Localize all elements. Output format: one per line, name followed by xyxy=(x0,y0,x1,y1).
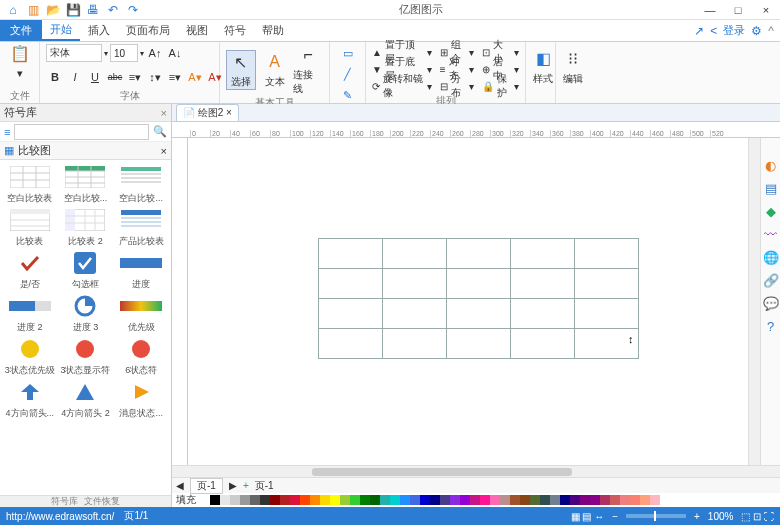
shape-item[interactable]: 优先级 xyxy=(113,293,169,334)
color-swatch[interactable] xyxy=(300,495,310,505)
color-swatch[interactable] xyxy=(380,495,390,505)
color-swatch[interactable] xyxy=(440,495,450,505)
edit-button[interactable]: ⁝⁝编辑 xyxy=(562,48,584,86)
zoom-level[interactable]: 100% xyxy=(708,511,734,522)
color-swatch[interactable] xyxy=(550,495,560,505)
shape-item[interactable]: 是/否 xyxy=(2,250,58,291)
page-nav-right[interactable]: ▶ xyxy=(229,480,237,491)
color-swatch[interactable] xyxy=(260,495,270,505)
color-swatch[interactable] xyxy=(470,495,480,505)
comment-icon[interactable]: 💬 xyxy=(763,296,779,311)
tab-symbol[interactable]: 符号 xyxy=(216,20,254,41)
close-button[interactable]: × xyxy=(752,4,780,16)
help-icon[interactable]: ? xyxy=(767,319,774,334)
shape-item[interactable]: 空白比较... xyxy=(58,164,114,205)
color-swatch[interactable] xyxy=(560,495,570,505)
color-swatch[interactable] xyxy=(220,495,230,505)
undo-icon[interactable]: ↶ xyxy=(106,3,120,17)
underline-button[interactable]: U xyxy=(86,68,104,86)
shape-item[interactable]: 空白比较... xyxy=(113,164,169,205)
theme-icon[interactable]: ◐ xyxy=(765,158,776,173)
color-swatch[interactable] xyxy=(270,495,280,505)
minimize-button[interactable]: — xyxy=(696,4,724,16)
color-swatch[interactable] xyxy=(570,495,580,505)
color-swatch[interactable] xyxy=(320,495,330,505)
color-swatch[interactable] xyxy=(340,495,350,505)
color-swatch[interactable] xyxy=(240,495,250,505)
color-swatch[interactable] xyxy=(430,495,440,505)
copy-icon[interactable]: ▾ xyxy=(11,64,29,82)
file-tab[interactable]: 文件 xyxy=(0,20,42,41)
shape-item[interactable]: 3状态显示符 xyxy=(58,336,114,377)
decrease-font-icon[interactable]: A↓ xyxy=(166,44,184,62)
color-swatch[interactable] xyxy=(360,495,370,505)
shape-pen-icon[interactable]: ✎ xyxy=(339,86,357,104)
bullets-icon[interactable]: ≡▾ xyxy=(126,68,144,86)
link-icon[interactable]: 🔗 xyxy=(763,273,779,288)
page-nav-left[interactable]: ◀ xyxy=(176,480,184,491)
print-icon[interactable]: 🖶 xyxy=(86,3,100,17)
color-swatch[interactable] xyxy=(280,495,290,505)
styles-button[interactable]: ◧样式 xyxy=(532,48,554,86)
shape-item[interactable]: 4方向箭头 2 xyxy=(58,379,114,420)
shape-item[interactable]: 4方向箭头... xyxy=(2,379,58,420)
paste-icon[interactable]: 📋 xyxy=(11,44,29,62)
color-swatch[interactable] xyxy=(420,495,430,505)
library-menu-icon[interactable]: ≡ xyxy=(4,126,10,138)
page-tab-prev[interactable]: 页-1 xyxy=(190,478,223,494)
horizontal-scrollbar[interactable] xyxy=(172,465,780,477)
increase-font-icon[interactable]: A↑ xyxy=(146,44,164,62)
color-swatch[interactable] xyxy=(290,495,300,505)
tab-insert[interactable]: 插入 xyxy=(80,20,118,41)
color-swatch[interactable] xyxy=(490,495,500,505)
shape-item[interactable]: 勾选框 xyxy=(58,250,114,291)
bold-button[interactable]: B xyxy=(46,68,64,86)
export-icon[interactable]: ↗ xyxy=(694,24,704,38)
color-swatch[interactable] xyxy=(350,495,360,505)
share-icon[interactable]: < xyxy=(710,24,717,38)
select-tool[interactable]: ↖ 选择 xyxy=(226,50,256,90)
color-swatch[interactable] xyxy=(370,495,380,505)
color-swatch[interactable] xyxy=(460,495,470,505)
doc-tab[interactable]: 📄 绘图2 × xyxy=(176,104,239,121)
canvas[interactable]: ↕ xyxy=(188,138,748,465)
redo-icon[interactable]: ↷ xyxy=(126,3,140,17)
color-swatch[interactable] xyxy=(600,495,610,505)
font-name-select[interactable]: 宋体 xyxy=(46,44,102,62)
zoom-in-icon[interactable]: + xyxy=(694,511,700,522)
rotate-button[interactable]: ⟳ 旋转和镜像 ▾ xyxy=(372,78,432,94)
shape-line-icon[interactable]: ╱ xyxy=(339,65,357,83)
close-category-icon[interactable]: × xyxy=(161,145,167,157)
color-swatch[interactable] xyxy=(650,495,660,505)
open-icon[interactable]: 📂 xyxy=(46,3,60,17)
connector-tool[interactable]: ⌐ 连接线 xyxy=(293,44,323,96)
align-icon[interactable]: ≡▾ xyxy=(166,68,184,86)
shape-rect-icon[interactable]: ▭ xyxy=(339,44,357,62)
layers-icon[interactable]: ▤ xyxy=(765,181,777,196)
color-swatch[interactable] xyxy=(400,495,410,505)
shape-item[interactable]: 进度 xyxy=(113,250,169,291)
color-swatch[interactable] xyxy=(580,495,590,505)
close-panel-icon[interactable]: × xyxy=(161,107,167,119)
italic-button[interactable]: I xyxy=(66,68,84,86)
color-swatch[interactable] xyxy=(640,495,650,505)
add-page-icon[interactable]: + xyxy=(243,480,249,491)
shape-item[interactable]: 6状态符 xyxy=(113,336,169,377)
spacing-icon[interactable]: ↕▾ xyxy=(146,68,164,86)
category-bar[interactable]: ▦ 比较图 × xyxy=(0,142,171,160)
tab-start[interactable]: 开始 xyxy=(42,20,80,41)
maximize-button[interactable]: □ xyxy=(724,4,752,16)
tab-view[interactable]: 视图 xyxy=(178,20,216,41)
text-tool[interactable]: A 文本 xyxy=(260,51,290,89)
color-swatch[interactable] xyxy=(530,495,540,505)
page-tab-current[interactable]: 页-1 xyxy=(255,479,274,493)
shape-item[interactable]: 3状态优先级 xyxy=(2,336,58,377)
globe-icon[interactable]: 🌐 xyxy=(763,250,779,265)
color-swatch[interactable] xyxy=(450,495,460,505)
color-swatch[interactable] xyxy=(540,495,550,505)
zoom-out-icon[interactable]: − xyxy=(612,511,618,522)
distribute-button[interactable]: ⊟ 分布 ▾ xyxy=(440,78,474,94)
highlight-icon[interactable]: A▾ xyxy=(186,68,204,86)
strike-button[interactable]: abc xyxy=(106,68,124,86)
shape-item[interactable]: 比较表 2 xyxy=(58,207,114,248)
